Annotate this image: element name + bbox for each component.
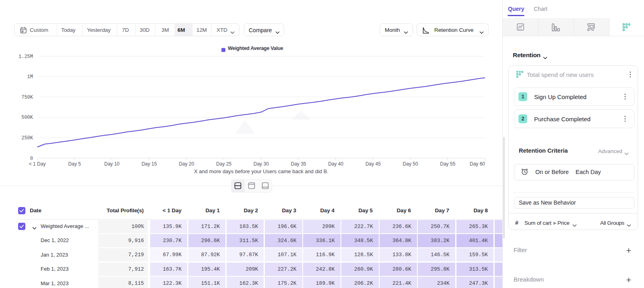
svg-text:< 1 Day: < 1 Day: [29, 161, 46, 167]
svg-text:Day 15: Day 15: [142, 161, 157, 167]
svg-text:Day 20: Day 20: [179, 161, 194, 167]
svg-text:0: 0: [30, 156, 33, 162]
svg-text:Day 35: Day 35: [291, 161, 306, 167]
svg-text:Day 25: Day 25: [216, 161, 231, 167]
svg-text:Day 45: Day 45: [365, 161, 381, 167]
svg-text:Day 50: Day 50: [403, 161, 418, 167]
svg-text:Day 5: Day 5: [68, 161, 81, 167]
svg-text:250K: 250K: [21, 135, 33, 141]
svg-text:1M: 1M: [27, 74, 33, 80]
svg-text:1.25M: 1.25M: [19, 54, 33, 60]
svg-text:Day 10: Day 10: [104, 161, 120, 167]
svg-text:750K: 750K: [21, 95, 33, 100]
svg-text:Day 40: Day 40: [328, 161, 343, 167]
svg-text:500K: 500K: [21, 115, 33, 120]
svg-text:Day 55: Day 55: [440, 161, 455, 167]
svg-text:Day 60: Day 60: [470, 161, 485, 167]
svg-text:Day 30: Day 30: [254, 161, 269, 167]
